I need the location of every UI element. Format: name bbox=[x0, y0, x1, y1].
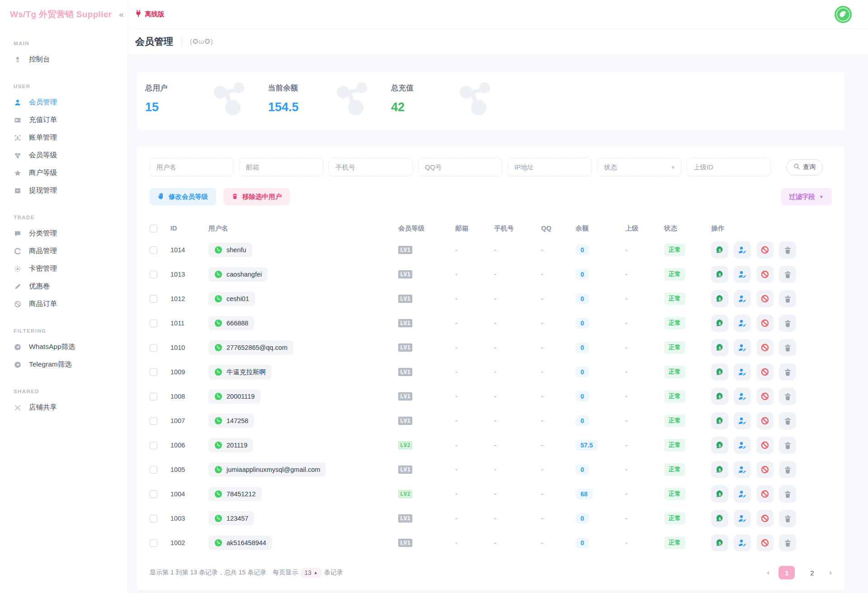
username-pill[interactable]: 277652865@qq.com bbox=[208, 340, 293, 355]
username-pill[interactable]: 123457 bbox=[208, 511, 254, 526]
edit-user-button[interactable] bbox=[734, 461, 751, 478]
recharge-button[interactable]: $ bbox=[711, 363, 728, 381]
sidebar-item-recharge-orders[interactable]: 充值订单 bbox=[0, 111, 127, 129]
ban-user-button[interactable] bbox=[756, 510, 774, 527]
sidebar-item-console[interactable]: 控制台 bbox=[0, 51, 127, 68]
ban-user-button[interactable] bbox=[756, 290, 774, 307]
ban-user-button[interactable] bbox=[756, 315, 774, 332]
prev-page-button[interactable]: ‹ bbox=[767, 568, 770, 577]
edit-user-button[interactable] bbox=[734, 388, 751, 405]
ban-user-button[interactable] bbox=[756, 485, 774, 503]
sidebar-item-member-level[interactable]: 会员等级 bbox=[0, 146, 127, 164]
username-pill[interactable]: 666888 bbox=[208, 316, 254, 330]
username-pill[interactable]: 20001119 bbox=[208, 389, 260, 404]
row-checkbox[interactable] bbox=[150, 246, 157, 254]
edit-user-button[interactable] bbox=[734, 437, 751, 454]
ban-user-button[interactable] bbox=[756, 437, 774, 454]
delete-user-button[interactable] bbox=[779, 241, 796, 259]
recharge-button[interactable]: $ bbox=[711, 339, 728, 356]
sidebar-collapse-icon[interactable]: « bbox=[119, 9, 124, 19]
sidebar-item-withdrawal[interactable]: 提现管理 bbox=[0, 182, 127, 199]
sidebar-item-telegram-filter[interactable]: Telegram筛选 bbox=[0, 356, 127, 373]
delete-user-button[interactable] bbox=[779, 339, 796, 356]
username-pill[interactable]: 78451212 bbox=[208, 487, 262, 501]
username-pill[interactable]: ak516458944 bbox=[208, 536, 272, 550]
row-checkbox[interactable] bbox=[150, 442, 157, 449]
username-pill[interactable]: 201119 bbox=[208, 438, 253, 452]
ban-user-button[interactable] bbox=[756, 266, 774, 283]
username-pill[interactable]: ceshi01 bbox=[208, 292, 255, 306]
delete-user-button[interactable] bbox=[779, 266, 796, 283]
row-checkbox[interactable] bbox=[150, 466, 157, 474]
delete-user-button[interactable] bbox=[779, 485, 796, 503]
row-checkbox[interactable] bbox=[150, 417, 157, 425]
recharge-button[interactable]: $ bbox=[711, 241, 728, 259]
status-filter-select[interactable]: 状态 ▼ bbox=[597, 158, 681, 176]
edit-user-button[interactable] bbox=[734, 266, 751, 283]
row-checkbox[interactable] bbox=[150, 320, 157, 327]
sidebar-item-whatsapp-filter[interactable]: WhatsApp筛选 bbox=[0, 338, 127, 356]
edit-member-level-button[interactable]: 修改会员等级 bbox=[150, 188, 216, 205]
sidebar-item-merchant-level[interactable]: 商户等级 bbox=[0, 164, 127, 182]
delete-user-button[interactable] bbox=[779, 388, 796, 405]
recharge-button[interactable]: $ bbox=[711, 290, 728, 307]
sidebar-item-shop-share[interactable]: 店铺共享 bbox=[0, 399, 127, 416]
delete-user-button[interactable] bbox=[779, 510, 796, 527]
sidebar-item-product-orders[interactable]: 商品订单 bbox=[0, 295, 127, 313]
remove-selected-users-button[interactable]: 移除选中用户 bbox=[223, 188, 290, 205]
email-filter-input[interactable] bbox=[239, 158, 323, 176]
parent-id-filter-input[interactable] bbox=[687, 158, 771, 176]
page-button-1[interactable]: 1 bbox=[778, 566, 795, 579]
ban-user-button[interactable] bbox=[756, 241, 774, 259]
filter-fields-button[interactable]: 过滤字段 ▼ bbox=[781, 188, 832, 205]
sidebar-item-card-key[interactable]: 卡密管理 bbox=[0, 260, 127, 278]
search-button[interactable]: 查询 bbox=[786, 159, 823, 175]
username-pill[interactable]: shenfu bbox=[208, 243, 252, 257]
username-pill[interactable]: 147258 bbox=[208, 414, 254, 428]
row-checkbox[interactable] bbox=[150, 271, 157, 278]
select-all-checkbox[interactable] bbox=[150, 225, 157, 232]
row-checkbox[interactable] bbox=[150, 515, 157, 522]
username-pill[interactable]: 牛逼克拉斯啊 bbox=[208, 365, 272, 380]
username-pill[interactable]: jumiaapplinuxmysql@gmail.com bbox=[208, 462, 326, 477]
ban-user-button[interactable] bbox=[756, 388, 774, 405]
recharge-button[interactable]: $ bbox=[711, 437, 728, 454]
ban-user-button[interactable] bbox=[756, 461, 774, 478]
edit-user-button[interactable] bbox=[734, 510, 751, 527]
row-checkbox[interactable] bbox=[150, 393, 157, 400]
row-checkbox[interactable] bbox=[150, 344, 157, 352]
edit-user-button[interactable] bbox=[734, 241, 751, 259]
delete-user-button[interactable] bbox=[779, 534, 796, 551]
row-checkbox[interactable] bbox=[150, 490, 157, 498]
sidebar-item-member-management[interactable]: 会员管理 bbox=[0, 94, 127, 111]
recharge-button[interactable]: $ bbox=[711, 534, 728, 551]
ban-user-button[interactable] bbox=[756, 339, 774, 356]
delete-user-button[interactable] bbox=[779, 437, 796, 454]
edit-user-button[interactable] bbox=[734, 534, 751, 551]
username-filter-input[interactable] bbox=[150, 158, 234, 176]
phone-filter-input[interactable] bbox=[329, 158, 413, 176]
qq-filter-input[interactable] bbox=[418, 158, 502, 176]
sidebar-item-product[interactable]: 商品管理 bbox=[0, 242, 127, 260]
edit-user-button[interactable] bbox=[734, 412, 751, 429]
page-button-2[interactable]: 2 bbox=[804, 566, 820, 579]
ip-filter-input[interactable] bbox=[508, 158, 592, 176]
recharge-button[interactable]: $ bbox=[711, 485, 728, 503]
sidebar-item-billing[interactable]: 账单管理 bbox=[0, 129, 127, 146]
delete-user-button[interactable] bbox=[779, 363, 796, 381]
delete-user-button[interactable] bbox=[779, 461, 796, 478]
recharge-button[interactable]: $ bbox=[711, 315, 728, 332]
edit-user-button[interactable] bbox=[734, 363, 751, 381]
sidebar-item-coupon[interactable]: 优惠卷 bbox=[0, 278, 127, 295]
delete-user-button[interactable] bbox=[779, 315, 796, 332]
delete-user-button[interactable] bbox=[779, 290, 796, 307]
whatsapp-avatar[interactable] bbox=[834, 5, 853, 24]
edit-user-button[interactable] bbox=[734, 315, 751, 332]
row-checkbox[interactable] bbox=[150, 368, 157, 376]
recharge-button[interactable]: $ bbox=[711, 266, 728, 283]
delete-user-button[interactable] bbox=[779, 412, 796, 429]
row-checkbox[interactable] bbox=[150, 295, 157, 303]
next-page-button[interactable]: › bbox=[829, 568, 832, 577]
recharge-button[interactable]: $ bbox=[711, 388, 728, 405]
ban-user-button[interactable] bbox=[756, 534, 774, 551]
